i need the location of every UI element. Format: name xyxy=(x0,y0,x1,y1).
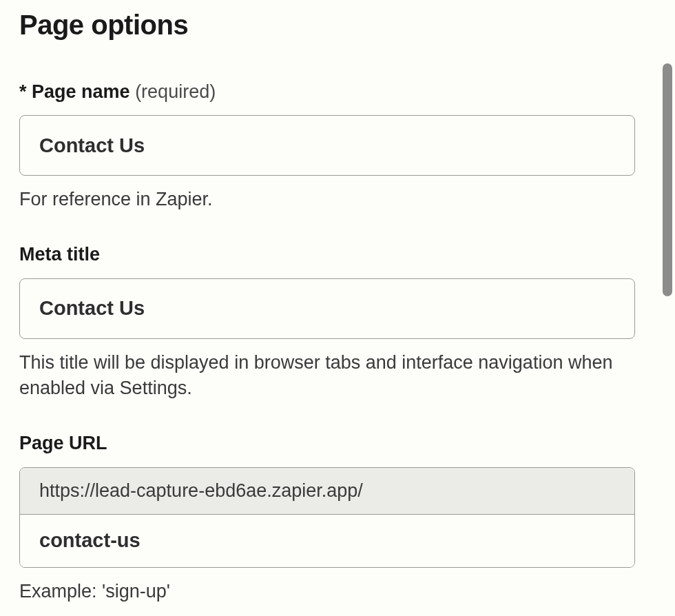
scrollbar-track[interactable] xyxy=(663,63,672,601)
page-url-label-row: Page URL xyxy=(19,432,635,454)
page-name-helper: For reference in Zapier. xyxy=(19,187,635,213)
meta-title-label: Meta title xyxy=(19,244,100,265)
page-name-label-row: * Page name (required) xyxy=(19,81,635,103)
field-meta-title: Meta title This title will be displayed … xyxy=(19,243,635,402)
meta-title-input[interactable] xyxy=(19,278,635,339)
meta-title-helper: This title will be displayed in browser … xyxy=(19,350,635,402)
scrollbar-thumb[interactable] xyxy=(663,63,672,296)
field-page-url: Page URL https://lead-capture-ebd6ae.zap… xyxy=(19,432,635,604)
page-name-required-hint: (required) xyxy=(135,81,216,102)
page-url-group: https://lead-capture-ebd6ae.zapier.app/ xyxy=(19,467,635,568)
page-url-helper: Example: 'sign-up' xyxy=(19,579,635,605)
page-name-input[interactable] xyxy=(19,115,635,176)
field-page-name: * Page name (required) For reference in … xyxy=(19,81,635,213)
page-name-label: Page name xyxy=(32,81,130,102)
meta-title-label-row: Meta title xyxy=(19,243,635,265)
page-url-prefix: https://lead-capture-ebd6ae.zapier.app/ xyxy=(20,468,634,515)
page-url-label: Page URL xyxy=(19,433,107,453)
section-title: Page options xyxy=(19,10,635,41)
page-options-form: Page options * Page name (required) For … xyxy=(0,10,654,604)
required-asterisk: * xyxy=(19,81,27,102)
page-url-slug-input[interactable] xyxy=(20,515,634,567)
